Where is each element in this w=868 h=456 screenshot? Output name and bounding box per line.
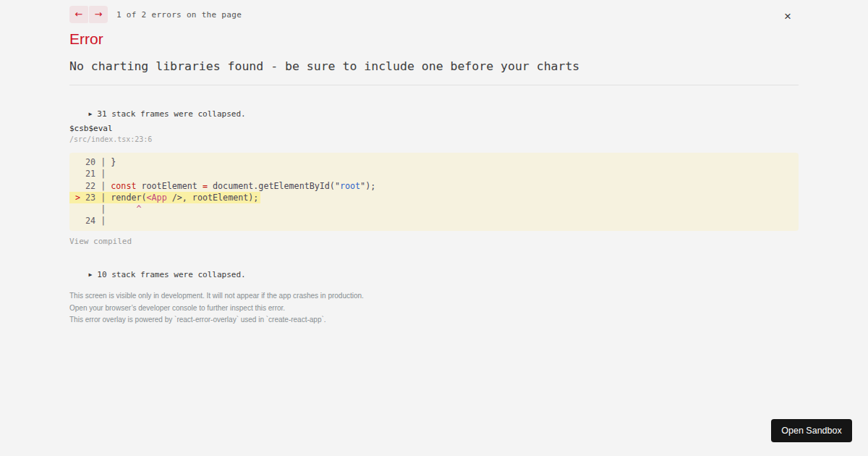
expand-triangle-icon: ▶ (89, 271, 93, 278)
arrow-left-icon: ← (75, 9, 83, 20)
collapsed-frames-top-label: 31 stack frames were collapsed. (97, 109, 245, 119)
code-line: | ^ (69, 203, 799, 215)
code-token-base: "); (360, 181, 375, 191)
stack-frame-function: $csb$eval (69, 124, 113, 133)
footer-note: This screen is visible only in developme… (69, 290, 364, 303)
code-token-base: render( (111, 193, 146, 203)
code-line-highlighted: > 23 | render(<App />, rootElement); (69, 192, 260, 203)
code-token-marker: > (75, 193, 85, 203)
close-icon: × (784, 9, 791, 23)
error-title: Error (69, 30, 103, 48)
code-token-gutter: 24 | (75, 216, 106, 226)
close-button[interactable]: × (780, 9, 795, 24)
code-token-base: document.getElementById(" (208, 181, 340, 191)
code-line: 24 | (69, 215, 799, 227)
collapsed-frames-bottom-label: 10 stack frames were collapsed. (97, 270, 245, 279)
code-line: 20 | } (69, 156, 799, 168)
footer-notes: This screen is visible only in developme… (69, 290, 364, 326)
arrow-right-icon: → (95, 9, 103, 20)
error-counter: 1 of 2 errors on the page (116, 10, 242, 20)
code-token-base (106, 204, 136, 214)
code-token-string: root (340, 181, 360, 191)
error-overlay: ← → 1 of 2 errors on the page × Error No… (0, 0, 868, 456)
code-line: 22 | const rootElement = document.getEle… (69, 180, 799, 192)
view-compiled-link[interactable]: View compiled (69, 237, 132, 246)
previous-error-button[interactable]: ← (69, 6, 88, 23)
divider (69, 85, 799, 85)
code-token-gutter: 23 | (85, 193, 111, 203)
code-token-caret: ^ (136, 204, 141, 214)
footer-note: Open your browser’s developer console to… (69, 303, 364, 315)
stack-frame-location: /src/index.tsx:23:6 (69, 135, 152, 143)
error-nav: ← → 1 of 2 errors on the page (69, 6, 242, 23)
expand-triangle-icon: ▶ (89, 111, 93, 117)
code-token-gutter: | (75, 204, 106, 214)
open-sandbox-button[interactable]: Open Sandbox (771, 419, 852, 442)
next-error-button[interactable]: → (89, 6, 108, 23)
code-token-base: } (111, 157, 116, 167)
code-token-keyword: const (111, 181, 136, 191)
code-token-keyword: = (203, 181, 208, 191)
code-token-tag: <App (147, 193, 167, 203)
footer-note: This error overlay is powered by `react-… (69, 314, 364, 326)
code-token-gutter: 20 | (75, 157, 111, 167)
code-line: 21 | (69, 168, 799, 180)
code-token-base: rootElement (136, 181, 202, 191)
code-token-base: />, rootElement); (167, 193, 259, 203)
collapsed-frames-bottom[interactable]: ▶10 stack frames were collapsed. (69, 261, 246, 289)
code-token-gutter: 21 | (75, 169, 106, 179)
code-token-gutter: 22 | (75, 181, 111, 191)
error-message: No charting libraries found - be sure to… (69, 59, 579, 73)
code-frame: 20 | } 21 | 22 | const rootElement = doc… (69, 153, 799, 231)
